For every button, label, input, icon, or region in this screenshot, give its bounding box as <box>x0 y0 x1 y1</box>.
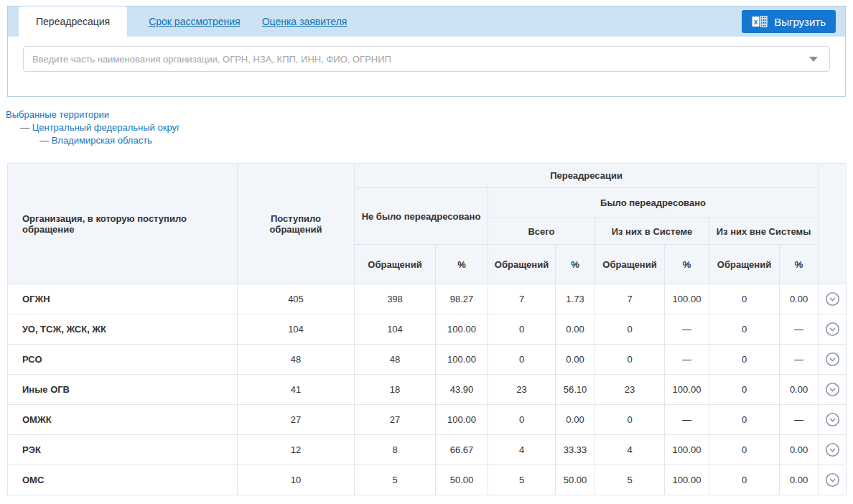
value-cell: 100.00 <box>436 345 488 375</box>
value-cell: 0 <box>709 314 780 345</box>
col-header-not-redirected: Не было переадресовано <box>355 188 488 245</box>
col-header-percent: % <box>556 245 595 284</box>
col-header-out-system: Из них вне Системы <box>709 218 819 245</box>
value-cell: 0 <box>709 375 780 405</box>
value-cell: 98.27 <box>436 284 488 314</box>
value-cell: 0.00 <box>780 435 819 465</box>
territory-label: Центральный федеральный округ <box>32 122 180 133</box>
chevron-down-circle-icon <box>825 472 840 487</box>
value-cell: 7 <box>488 284 556 314</box>
export-button-label: Выгрузить <box>774 16 826 28</box>
value-cell: 0.00 <box>780 375 819 405</box>
col-header-appeals: Обращений <box>595 245 665 284</box>
expand-row-button[interactable] <box>824 381 842 398</box>
territories-title[interactable]: Выбранные территории <box>6 108 180 121</box>
tab-pereadresaciya[interactable]: Переадресация <box>19 6 127 37</box>
expand-row-button[interactable] <box>824 471 842 489</box>
value-cell: 50.00 <box>436 465 488 495</box>
value-cell: — <box>665 405 709 435</box>
value-cell: — <box>665 345 709 375</box>
value-cell: — <box>780 314 819 345</box>
expand-row-button[interactable] <box>824 441 842 459</box>
value-cell: 5 <box>355 465 436 495</box>
organization-cell: РЭК <box>8 435 238 465</box>
expand-row-button[interactable] <box>824 411 842 429</box>
value-cell: 50.00 <box>556 465 595 495</box>
value-cell: 100.00 <box>436 405 488 435</box>
value-cell: 0.00 <box>556 345 595 375</box>
chevron-down-circle-icon <box>825 412 840 427</box>
chevron-down-circle-icon <box>825 322 840 337</box>
tab-bar: Переадресация Срок рассмотрения Оценка з… <box>8 6 845 37</box>
organization-cell: ОГЖН <box>8 284 238 314</box>
organization-cell: ОМЖК <box>8 405 238 435</box>
organization-cell: ОМС <box>8 465 238 495</box>
organization-search <box>23 46 830 72</box>
col-header-appeals: Обращений <box>488 245 556 284</box>
value-cell: 23 <box>488 375 556 405</box>
filter-panel: Переадресация Срок рассмотрения Оценка з… <box>7 6 846 97</box>
value-cell: 56.10 <box>556 375 595 405</box>
table-row: ОГЖН40539898.2771.737100.0000.00 <box>8 284 847 314</box>
value-cell: 12 <box>238 435 355 465</box>
col-group-redirections: Переадресации <box>355 164 819 188</box>
value-cell: 0.00 <box>780 465 819 495</box>
chevron-down-circle-icon <box>825 442 840 457</box>
value-cell: 5 <box>488 465 556 495</box>
chevron-down-circle-icon <box>825 352 840 367</box>
value-cell: 43.90 <box>436 375 488 405</box>
col-header-percent: % <box>780 245 819 284</box>
territory-label: Владимирская область <box>52 135 152 146</box>
col-header-appeals: Обращений <box>709 245 780 284</box>
value-cell: 0 <box>595 405 665 435</box>
actions-cell <box>819 465 847 495</box>
value-cell: 0 <box>488 405 556 435</box>
organization-cell: УО, ТСЖ, ЖСК, ЖК <box>8 314 238 345</box>
table-row: УО, ТСЖ, ЖСК, ЖК104104100.0000.000—0— <box>8 314 847 345</box>
selected-territories: Выбранные территории — Центральный федер… <box>6 108 180 147</box>
actions-cell <box>819 314 847 345</box>
value-cell: 398 <box>355 284 436 314</box>
dropdown-caret-icon[interactable] <box>809 57 818 62</box>
col-header-percent: % <box>436 245 488 284</box>
table-row: Иные ОГВ411843.902356.1023100.0000.00 <box>8 375 847 405</box>
col-header-in-system: Из них в Системе <box>595 218 709 245</box>
territory-dash: — <box>39 135 49 146</box>
organization-search-input[interactable] <box>23 46 830 72</box>
value-cell: 0 <box>709 284 780 314</box>
expand-row-button[interactable] <box>824 290 842 308</box>
organization-cell: РСО <box>8 345 238 375</box>
export-button[interactable]: x Выгрузить <box>742 10 836 33</box>
territory-dash: — <box>20 122 29 133</box>
chevron-down-circle-icon <box>825 382 840 397</box>
territory-item-federal-district[interactable]: — Центральный федеральный округ <box>6 121 180 134</box>
value-cell: 405 <box>238 284 355 314</box>
value-cell: 0 <box>595 345 665 375</box>
value-cell: 8 <box>355 435 436 465</box>
col-header-total: Всего <box>488 218 595 245</box>
value-cell: 0 <box>709 465 780 495</box>
value-cell: 27 <box>355 405 436 435</box>
tab-ocenka-zayavitelya[interactable]: Оценка заявителя <box>262 6 348 37</box>
value-cell: 100.00 <box>665 284 709 314</box>
expand-row-button[interactable] <box>824 320 842 338</box>
chevron-down-circle-icon <box>825 291 840 307</box>
value-cell: 0.00 <box>556 405 595 435</box>
value-cell: 0 <box>709 405 780 435</box>
value-cell: 7 <box>595 284 665 314</box>
value-cell: 0.00 <box>556 314 595 345</box>
value-cell: — <box>780 405 819 435</box>
expand-row-button[interactable] <box>824 350 842 368</box>
territory-item-region[interactable]: — Владимирская область <box>6 134 180 147</box>
redirections-table: Организация, в которую поступило обращен… <box>7 163 847 495</box>
actions-cell <box>819 435 847 465</box>
value-cell: 33.33 <box>556 435 595 465</box>
table-row: ОМС10550.00550.005100.0000.00 <box>8 465 847 495</box>
actions-cell <box>819 345 847 375</box>
value-cell: 0.00 <box>780 284 819 314</box>
value-cell: 100.00 <box>436 314 488 345</box>
value-cell: — <box>665 314 709 345</box>
actions-cell <box>819 405 847 435</box>
tab-srok-rassmotreniya[interactable]: Срок рассмотрения <box>149 6 241 37</box>
col-header-actions <box>819 164 847 284</box>
